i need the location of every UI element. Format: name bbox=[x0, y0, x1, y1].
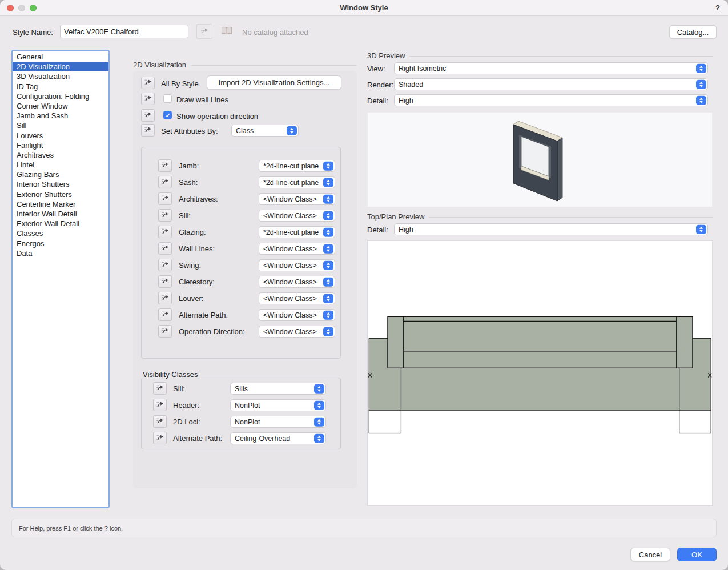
visibility-class-dropdown[interactable]: Sills bbox=[230, 383, 326, 395]
attribute-label: Clerestory: bbox=[179, 278, 215, 286]
attribute-class-dropdown[interactable]: <Window Class> bbox=[259, 292, 335, 304]
attribute-label: Jamb: bbox=[179, 162, 199, 170]
sidebar-item[interactable]: Interior Wall Detail bbox=[13, 209, 108, 219]
top-plan-preview-section-header: Top/Plan Preview bbox=[367, 212, 713, 221]
stepper-icon bbox=[696, 63, 706, 73]
style-pages-list[interactable]: General 2D Visualization 3D Visualizatio… bbox=[11, 50, 110, 508]
sidebar-item[interactable]: Fanlight bbox=[13, 141, 108, 150]
set-attributes-by-dropdown[interactable]: Class bbox=[231, 125, 299, 137]
help-icon[interactable]: ? bbox=[715, 3, 720, 12]
attribute-class-dropdown[interactable]: *2d-line-cut plane bbox=[259, 176, 335, 188]
help-strip: For Help, press F1 or click the ? icon. bbox=[11, 519, 717, 537]
by-style-toggle-button[interactable] bbox=[158, 308, 172, 321]
by-style-toggle-button[interactable] bbox=[153, 432, 167, 444]
stepper-icon bbox=[287, 126, 297, 135]
visibility-row: 2D Loci: NonPlot bbox=[142, 414, 340, 430]
show-operation-direction-checkbox[interactable] bbox=[163, 111, 172, 119]
by-style-toggle-button[interactable] bbox=[153, 415, 167, 428]
sidebar-item[interactable]: Jamb and Sash bbox=[13, 111, 108, 121]
style-arrow-icon bbox=[161, 178, 170, 187]
sidebar-item[interactable]: General bbox=[13, 52, 108, 62]
by-style-toggle-button[interactable] bbox=[141, 77, 155, 89]
by-style-toggle-button[interactable] bbox=[158, 242, 172, 255]
by-style-toggle-button[interactable] bbox=[158, 209, 172, 222]
style-arrow-icon bbox=[144, 126, 152, 135]
by-style-toggle-button[interactable] bbox=[158, 159, 172, 172]
style-arrow-icon bbox=[144, 78, 152, 87]
by-style-toggle-button[interactable] bbox=[158, 292, 172, 304]
attribute-class-dropdown[interactable]: *2d-line-cut plane bbox=[259, 160, 335, 172]
sidebar-item[interactable]: Centerline Marker bbox=[13, 199, 108, 209]
top-plan-preview-canvas[interactable] bbox=[367, 240, 713, 506]
sidebar-item[interactable]: Exterior Wall Detail bbox=[13, 219, 108, 228]
by-style-toggle-button[interactable] bbox=[141, 124, 155, 137]
attribute-class-dropdown[interactable]: *2d-line-cut plane bbox=[259, 226, 335, 238]
by-style-toggle-button[interactable] bbox=[158, 275, 172, 288]
sidebar-item[interactable]: Sill bbox=[13, 121, 108, 130]
attribute-label: Sash: bbox=[179, 178, 198, 187]
all-by-style-label: All By Style bbox=[161, 79, 199, 88]
by-style-toggle-button[interactable] bbox=[158, 176, 172, 188]
view-dropdown[interactable]: Right Isometric bbox=[394, 62, 708, 74]
render-dropdown[interactable]: Shaded bbox=[394, 78, 708, 90]
import-2d-settings-button[interactable]: Import 2D Visualization Settings... bbox=[207, 75, 341, 90]
stepper-icon bbox=[314, 400, 324, 410]
sidebar-item[interactable]: Energos bbox=[13, 239, 108, 248]
sidebar-item[interactable]: ID Tag bbox=[13, 82, 108, 91]
sidebar-item[interactable]: Classes bbox=[13, 228, 108, 238]
by-style-toggle-button[interactable] bbox=[153, 399, 167, 411]
sidebar-item[interactable]: Glazing Bars bbox=[13, 170, 108, 179]
sidebar-item[interactable]: Louvers bbox=[13, 131, 108, 141]
by-style-toggle-button[interactable] bbox=[153, 382, 167, 395]
detail-dropdown[interactable]: High bbox=[394, 94, 708, 106]
sidebar-item[interactable]: Data bbox=[13, 248, 108, 258]
ok-button[interactable]: OK bbox=[677, 548, 717, 561]
by-style-toggle-button[interactable] bbox=[158, 192, 172, 205]
style-arrow-icon bbox=[161, 260, 170, 270]
style-name-input[interactable] bbox=[60, 25, 188, 38]
dialog-title: Window Style bbox=[0, 3, 728, 12]
stepper-icon bbox=[323, 327, 333, 336]
attribute-label: Swing: bbox=[179, 261, 201, 270]
by-style-toggle-button[interactable] bbox=[141, 93, 155, 105]
by-style-toggle-button[interactable] bbox=[158, 226, 172, 238]
3d-preview-section-header: 3D Preview bbox=[367, 51, 713, 60]
visibility-class-dropdown[interactable]: Ceiling-Overhead bbox=[230, 432, 326, 444]
sidebar-item[interactable]: Lintel bbox=[13, 160, 108, 170]
plan-detail-dropdown[interactable]: High bbox=[394, 223, 708, 235]
draw-wall-lines-checkbox[interactable] bbox=[163, 94, 172, 103]
visibility-class-dropdown[interactable]: NonPlot bbox=[230, 399, 326, 411]
attribute-class-dropdown[interactable]: <Window Class> bbox=[259, 243, 335, 255]
sidebar-item[interactable]: Interior Shutters bbox=[13, 179, 108, 189]
attribute-class-dropdown[interactable]: <Window Class> bbox=[259, 326, 335, 338]
by-style-toggle-button[interactable] bbox=[158, 259, 172, 271]
attribute-row: Swing: <Window Class> bbox=[142, 257, 340, 274]
view-label: View: bbox=[367, 65, 385, 73]
attribute-class-dropdown[interactable]: <Window Class> bbox=[259, 210, 335, 222]
by-style-toggle-button[interactable] bbox=[158, 325, 172, 338]
sidebar-item[interactable]: Configuration: Folding bbox=[13, 91, 108, 101]
section-title: 3D Preview bbox=[367, 51, 405, 60]
sidebar-item[interactable]: 3D Visualization bbox=[13, 71, 108, 81]
3d-preview-canvas[interactable] bbox=[367, 112, 713, 207]
style-arrow-icon bbox=[156, 433, 164, 443]
visibility-class-dropdown[interactable]: NonPlot bbox=[230, 416, 326, 428]
attribute-class-dropdown[interactable]: <Window Class> bbox=[259, 259, 335, 271]
by-style-toggle-button[interactable] bbox=[141, 109, 155, 122]
sidebar-item[interactable]: Corner Window bbox=[13, 101, 108, 111]
stepper-icon bbox=[323, 260, 333, 270]
attribute-class-dropdown[interactable]: <Window Class> bbox=[259, 309, 335, 321]
sidebar-item[interactable]: Architraves bbox=[13, 150, 108, 160]
set-attributes-by-label: Set Attributes By: bbox=[161, 127, 218, 135]
section-title: 2D Visualization bbox=[133, 61, 186, 69]
titlebar[interactable]: Window Style ? bbox=[0, 0, 728, 16]
style-arrow-icon bbox=[161, 227, 170, 236]
catalog-button[interactable]: Catalog... bbox=[669, 25, 717, 39]
sidebar-item[interactable]: 2D Visualization bbox=[13, 62, 108, 71]
attribute-class-dropdown[interactable]: <Window Class> bbox=[259, 276, 335, 288]
show-operation-direction-label: Show operation direction bbox=[176, 112, 258, 121]
sidebar-item[interactable]: Exterior Shutters bbox=[13, 190, 108, 199]
attribute-class-dropdown[interactable]: <Window Class> bbox=[259, 193, 335, 205]
cancel-button[interactable]: Cancel bbox=[630, 548, 670, 561]
attribute-row: Clerestory: <Window Class> bbox=[142, 274, 340, 290]
